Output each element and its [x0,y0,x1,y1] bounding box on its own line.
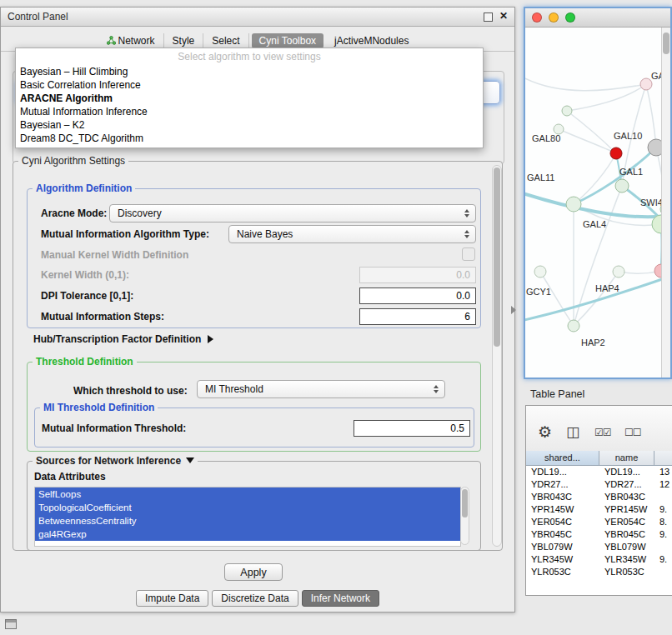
minimize-traffic-light[interactable] [549,12,559,22]
column-header-2[interactable] [654,451,672,466]
table-panel-title: Table Panel [530,388,584,400]
table-row[interactable]: YLR053CYLR053C [526,566,672,578]
tab-select[interactable]: Select [203,33,248,48]
sources-title[interactable]: Sources for Network Inference [33,455,198,467]
mi-type-select[interactable]: Naive Bayes [228,225,476,243]
algorithm-definition-title: Algorithm Definition [33,182,135,194]
zoom-traffic-light[interactable] [565,12,575,22]
scrollbar-thumb[interactable] [663,32,669,54]
sources-group: Sources for Network Inference Data Attri… [27,461,481,551]
control-panel-titlebar[interactable]: Control Panel ✕ [1,8,514,27]
algorithm-dropdown-items: Bayesian – Hill ClimbingBasic Correlatio… [16,65,483,145]
expand-right-icon [208,335,213,343]
splitter-arrow[interactable] [511,306,516,314]
mi-steps-field[interactable] [359,308,476,325]
deselect-all-icon[interactable]: ☐☐ [624,427,641,438]
aracne-mode-select[interactable]: Discovery [109,204,476,222]
attribute-item-gal4rgexp[interactable]: gal4RGexp [35,528,460,541]
network-edge[interactable] [574,272,619,326]
which-threshold-select[interactable]: MI Threshold [197,380,445,398]
attribute-item-betweennesscentrality[interactable]: BetweennessCentrality [35,514,460,528]
node-label-gal10: GAL10 [614,131,642,141]
tab-style[interactable]: Style [164,33,204,48]
table-cell: YBR045C [526,528,599,541]
combo-arrows-icon [434,385,439,393]
node-label-gal4: GAL4 [583,219,606,229]
table-row[interactable]: YDL19...YDL19...13 [526,466,672,478]
table-row[interactable]: YDR27...YDR27...12 [526,478,672,491]
table-row[interactable]: YER054CYER054C8. [526,516,672,528]
bottom-tab-impute-data[interactable]: Impute Data [136,590,208,607]
data-attributes-list: SelfLoopsTopologicalCoefficientBetweenne… [34,487,461,547]
dropdown-item-bayesian-hill-climbing[interactable]: Bayesian – Hill Climbing [16,65,483,78]
select-all-icon[interactable]: ☑☑ [594,427,611,438]
dropdown-item-aracne-algorithm[interactable]: ARACNE Algorithm [16,92,483,105]
column-header-name[interactable]: name [599,451,654,466]
network-node[interactable] [613,266,624,278]
network-edge[interactable] [525,76,646,91]
node-label-gal1: GAL1 [619,167,643,177]
collapsed-panel-icon[interactable] [5,619,17,629]
network-node[interactable] [568,320,579,332]
dpi-tolerance-field[interactable] [359,288,476,304]
network-node[interactable] [566,197,581,212]
network-node[interactable] [640,78,652,90]
column-header-shared[interactable]: shared... [526,451,599,466]
network-edge[interactable] [540,272,574,326]
tab-network[interactable]: Network [98,33,164,48]
table-cell: YBR045C [599,528,654,541]
table-row[interactable]: YPR145WYPR145W9. [526,503,672,516]
dropdown-item-basic-correlation-inference[interactable]: Basic Correlation Inference [16,78,483,92]
attribute-item-selfloops[interactable]: SelfLoops [35,488,460,501]
bottom-tab-discretize-data[interactable]: Discretize Data [212,590,298,607]
network-view[interactable]: GAL80GAL10GAL11GAL1SWI4GAL4GCY1HAP4HAP2G… [525,28,670,379]
attribute-item-topologicalcoefficient[interactable]: TopologicalCoefficient [35,501,460,514]
table-row[interactable]: YBL079WYBL079W [526,541,672,553]
network-edge[interactable] [567,84,646,111]
dropdown-item-bayesian-k2[interactable]: Bayesian – K2 [16,118,483,132]
node-label-hap2: HAP2 [581,338,605,348]
column-selector-icon[interactable]: ◫ [566,423,579,441]
table-panel-window: ⚙ ◫ ☑☑ ☐☐ shared...name YDL19...YDL19...… [525,405,672,596]
hub-definition-toggle[interactable]: Hub/Transcription Factor Definition [33,333,213,345]
kernel-width-field[interactable] [359,267,476,283]
network-window-titlebar[interactable] [525,8,670,28]
float-window-icon[interactable] [484,12,493,22]
bottom-tab-infer-network[interactable]: Infer Network [302,590,379,607]
table-cell: YDR27... [599,478,654,491]
network-edge[interactable] [559,129,616,153]
settings-scrollbar[interactable] [492,165,502,547]
gear-icon[interactable]: ⚙ [538,422,552,442]
scrollbar-thumb[interactable] [462,489,468,518]
threshold-definition-title: Threshold Definition [33,356,137,368]
network-node[interactable] [534,266,546,278]
network-node[interactable] [610,148,622,159]
attributes-list-scrollbar[interactable] [460,487,469,545]
network-node[interactable] [615,179,629,192]
table-cell: YER054C [526,516,599,528]
network-scrollbar[interactable] [661,28,670,379]
close-traffic-light[interactable] [532,12,542,22]
dropdown-item-dream8-dc-tdc-algorithm[interactable]: Dream8 DC_TDC Algorithm [16,132,483,145]
collapse-down-icon [186,458,194,463]
close-window-icon[interactable]: ✕ [499,10,508,22]
table-row[interactable]: YBR043CYBR043C [526,491,672,503]
table-row[interactable]: YBR045CYBR045C9. [526,528,672,541]
table-cell: 9. [654,503,672,516]
network-edge[interactable] [574,153,616,204]
scrollbar-thumb[interactable] [494,168,500,347]
manual-kernel-checkbox[interactable] [462,248,475,261]
kernel-width-label: Kernel Width (0,1): [41,269,129,281]
settings-group-title: Cyni Algorithm Settings [18,155,128,167]
network-graph[interactable]: GAL80GAL10GAL11GAL1SWI4GAL4GCY1HAP4HAP2G… [525,28,672,379]
network-edge[interactable] [646,84,656,148]
apply-button[interactable]: Apply [224,563,283,581]
tab-jactivemnodules[interactable]: jActiveMNodules [326,33,417,48]
network-edge[interactable] [567,111,616,153]
mi-threshold-field[interactable] [354,420,470,437]
network-node[interactable] [562,106,572,116]
dropdown-item-mutual-information-inference[interactable]: Mutual Information Inference [16,105,483,118]
tab-cyni-toolbox[interactable]: Cyni Toolbox [252,33,323,48]
mi-threshold-label: Mutual Information Threshold: [42,422,186,434]
table-row[interactable]: YLR345WYLR345W9. [526,553,672,566]
